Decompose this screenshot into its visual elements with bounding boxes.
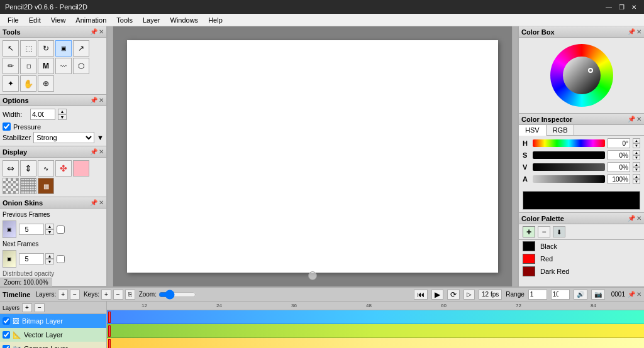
bucket-tool[interactable]: ⬡ — [73, 58, 89, 74]
color-palette-pin[interactable]: 📌 — [628, 215, 635, 222]
brush-tool[interactable]: M — [38, 58, 54, 74]
pressure-checkbox[interactable] — [3, 122, 11, 131]
color-inspector-pin[interactable]: 📌 — [628, 116, 635, 122]
fps-btn[interactable]: 12 fps — [479, 290, 502, 300]
menu-windows[interactable]: Windows — [165, 14, 204, 26]
grid-film-btn[interactable]: ▦ — [38, 178, 54, 194]
val-down[interactable]: ▼ — [633, 167, 640, 172]
rotate-tool[interactable]: ↻ — [38, 40, 54, 57]
options-panel-close[interactable]: ✕ — [99, 97, 104, 104]
palette-remove-btn[interactable]: − — [538, 226, 550, 237]
zoom-tool[interactable]: ⊕ — [38, 75, 54, 92]
bitmap-track[interactable] — [107, 310, 644, 324]
layer-vector-visibility[interactable] — [3, 331, 10, 339]
vector-track[interactable] — [107, 324, 644, 338]
onion-panel-close[interactable]: ✕ — [99, 199, 104, 206]
timeline-pin[interactable]: 📌 — [628, 291, 635, 298]
eyedropper-tool[interactable]: ✦ — [3, 75, 19, 92]
audio-btn[interactable]: 🔊 — [574, 290, 587, 300]
transform-tool[interactable]: ▣ — [55, 40, 72, 57]
layer-bitmap-visibility[interactable] — [3, 317, 10, 325]
layer-add-btn[interactable]: + — [58, 290, 68, 300]
previous-down[interactable]: ▼ — [45, 229, 54, 235]
display-panel-pin[interactable]: 📌 — [90, 148, 97, 155]
menu-view[interactable]: View — [46, 14, 71, 26]
val-slider[interactable] — [533, 163, 605, 171]
color-box-close[interactable]: ✕ — [636, 28, 641, 35]
palette-add-btn[interactable]: + — [523, 226, 535, 237]
width-input[interactable] — [30, 109, 55, 120]
flip-vertical-btn[interactable]: ⇕ — [20, 160, 36, 177]
color-wheel[interactable] — [550, 44, 613, 107]
camera-sound-btn[interactable]: 📷 — [591, 290, 605, 300]
select-tool[interactable]: ⬚ — [20, 40, 36, 57]
hue-up[interactable]: ▲ — [633, 138, 640, 143]
move-tool[interactable]: ↖ — [3, 40, 19, 57]
tools-panel-pin[interactable]: 📌 — [90, 28, 97, 35]
layer-camera-visibility[interactable] — [3, 345, 10, 348]
val-up[interactable]: ▲ — [633, 162, 640, 167]
antialias-btn[interactable]: ∿ — [38, 160, 54, 177]
palette-item-red[interactable]: Red — [519, 253, 644, 265]
color-wheel-cursor[interactable] — [588, 68, 593, 73]
sat-down[interactable]: ▼ — [633, 155, 640, 160]
display-panel-close[interactable]: ✕ — [99, 148, 104, 155]
camera-track[interactable] — [107, 338, 644, 348]
color-wheel-inner[interactable] — [563, 57, 601, 94]
onion-panel-pin[interactable]: 📌 — [90, 199, 97, 206]
pencil-tool[interactable]: ✏ — [3, 58, 19, 74]
play-btn[interactable]: ▶ — [431, 290, 443, 300]
key-add-btn[interactable]: + — [101, 290, 111, 300]
hue-slider[interactable] — [533, 139, 605, 147]
range-start[interactable] — [528, 290, 547, 300]
color-wheel-container[interactable] — [519, 38, 644, 113]
key-dupe-btn[interactable]: ⎘ — [125, 290, 135, 300]
tab-hsv[interactable]: HSV — [519, 125, 547, 136]
next-down[interactable]: ▼ — [45, 259, 54, 264]
canvas-area[interactable] — [113, 26, 512, 286]
val-value[interactable] — [608, 162, 630, 172]
safe-area-btn[interactable]: ✤ — [55, 160, 72, 177]
smudge-tool[interactable]: 〰 — [55, 58, 72, 74]
layer-vector[interactable]: 📐 Vector Layer — [0, 328, 106, 342]
flip-horizontal-btn[interactable]: ⇔ — [3, 160, 19, 177]
alpha-up[interactable]: ▲ — [633, 174, 640, 179]
pointer-tool[interactable]: ↗ — [73, 40, 89, 57]
layer-bitmap[interactable]: 🖼 Bitmap Layer — [0, 314, 106, 328]
grid-btn[interactable] — [20, 178, 36, 194]
color-palette-close[interactable]: ✕ — [636, 215, 641, 222]
tools-panel-close[interactable]: ✕ — [99, 28, 104, 35]
width-up[interactable]: ▲ — [58, 109, 67, 114]
alpha-value[interactable] — [608, 174, 630, 184]
hue-value[interactable] — [608, 138, 630, 148]
color-inspector-close[interactable]: ✕ — [636, 116, 641, 122]
layer-header-remove[interactable]: − — [35, 303, 45, 312]
timeline-close[interactable]: ✕ — [636, 291, 641, 298]
sat-slider[interactable] — [533, 151, 605, 159]
palette-item-darkred[interactable]: Dark Red — [519, 265, 644, 278]
menu-file[interactable]: File — [3, 14, 24, 26]
restore-button[interactable]: ❐ — [616, 3, 626, 11]
range-end[interactable] — [551, 290, 570, 300]
play-selection-btn[interactable]: ▷ — [464, 290, 475, 300]
layer-camera[interactable]: 📷 Camera Layer — [0, 342, 106, 348]
palette-import-btn[interactable]: ⬇ — [553, 226, 565, 237]
layer-header-add[interactable]: + — [22, 303, 32, 312]
tab-rgb[interactable]: RGB — [547, 125, 575, 135]
sat-value[interactable] — [608, 150, 630, 160]
next-checkbox[interactable] — [57, 255, 65, 263]
alpha-slider[interactable] — [533, 175, 605, 183]
close-button[interactable]: ✕ — [629, 3, 639, 11]
play-loop-btn[interactable]: ⟳ — [447, 290, 460, 300]
canvas-container[interactable] — [127, 40, 498, 273]
menu-layer[interactable]: Layer — [138, 14, 165, 26]
menu-help[interactable]: Help — [203, 14, 228, 26]
alpha-down[interactable]: ▼ — [633, 179, 640, 184]
next-frames-input[interactable] — [19, 253, 44, 264]
width-down[interactable]: ▼ — [58, 114, 67, 120]
previous-frames-input[interactable] — [19, 224, 44, 235]
previous-up[interactable]: ▲ — [45, 224, 54, 229]
sat-up[interactable]: ▲ — [633, 150, 640, 155]
stabilizer-select[interactable]: Strong None Weak — [33, 132, 94, 143]
checkerboard-btn[interactable] — [3, 178, 19, 194]
